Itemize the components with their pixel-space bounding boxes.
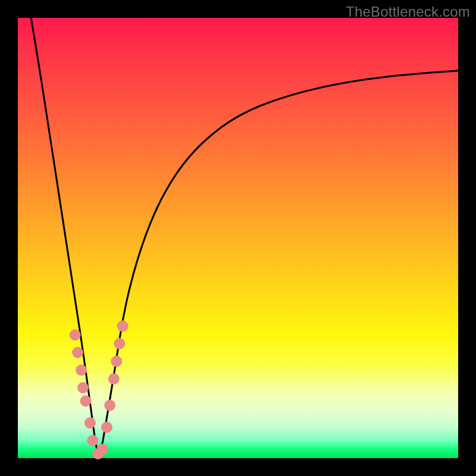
marker-dot [105, 400, 115, 411]
marker-dot [73, 347, 83, 358]
marker-dot [114, 339, 125, 349]
plot-area [18, 18, 458, 458]
marker-group [70, 321, 128, 459]
marker-dot [97, 444, 108, 455]
bottleneck-curve [31, 18, 458, 452]
chart-svg [18, 18, 458, 458]
marker-dot [84, 418, 95, 428]
marker-dot [78, 383, 89, 393]
chart-frame: TheBottleneck.com [0, 0, 476, 476]
marker-dot [76, 365, 87, 375]
marker-dot [80, 396, 91, 406]
marker-dot [111, 356, 122, 367]
marker-dot [117, 321, 128, 331]
marker-dot [102, 422, 112, 433]
marker-dot [87, 435, 98, 446]
watermark-text: TheBottleneck.com [346, 4, 470, 20]
marker-dot [108, 374, 119, 384]
marker-dot [70, 330, 80, 340]
